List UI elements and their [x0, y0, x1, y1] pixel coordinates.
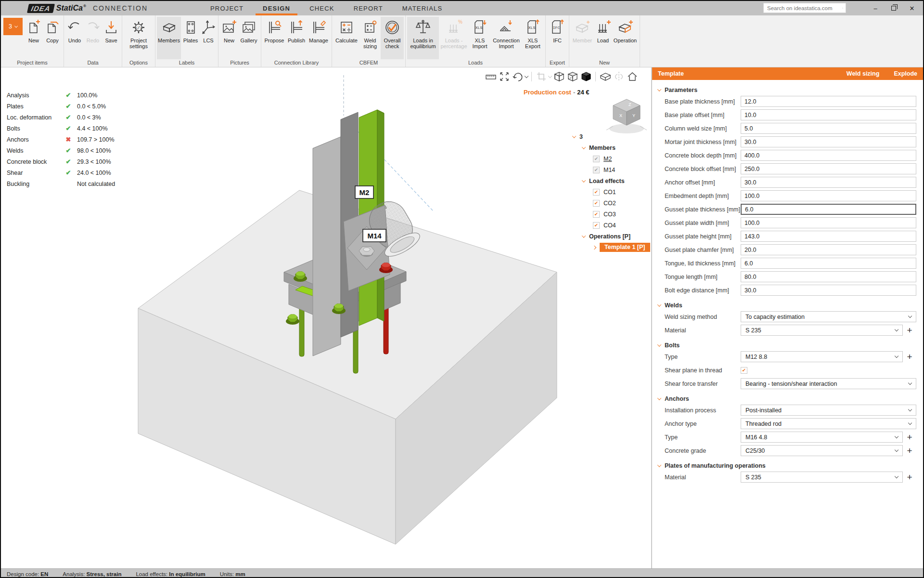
tab-project[interactable]: PROJECT: [203, 2, 251, 15]
gusset-plate-height-input[interactable]: [741, 231, 916, 242]
propose-button[interactable]: Propose: [263, 17, 286, 59]
new-member-button[interactable]: Member: [571, 17, 594, 59]
new-load-button[interactable]: Load: [594, 17, 612, 59]
manage-button[interactable]: Manage: [307, 17, 330, 59]
tree-members-header[interactable]: Members: [573, 142, 652, 153]
loads-percentage-button[interactable]: % Loads - percentage: [439, 17, 469, 59]
tongue-lid-thickness-input[interactable]: [741, 258, 916, 269]
weld-sizing-method-select[interactable]: To capacity estimation: [741, 311, 916, 322]
section-welds[interactable]: Welds: [658, 302, 916, 309]
rotate-view-button[interactable]: [512, 71, 524, 82]
explode-action[interactable]: Explode: [894, 70, 917, 77]
bolt-edge-distance-input[interactable]: [741, 285, 916, 296]
weld-sizing-action[interactable]: Weld sizing: [847, 70, 880, 77]
home-view-button[interactable]: [626, 71, 638, 82]
add-anchor-size-button[interactable]: +: [903, 432, 916, 443]
add-concrete-grade-button[interactable]: +: [903, 446, 916, 456]
project-settings-button[interactable]: </> Project settings: [124, 17, 154, 59]
base-plate-thickness-input[interactable]: [741, 96, 916, 107]
new-item-button[interactable]: New: [25, 17, 43, 59]
bolt-type-select[interactable]: M12 8.8: [741, 351, 903, 362]
section-bolts[interactable]: Bolts: [658, 342, 916, 349]
tree-item-m14[interactable]: ✔M14: [573, 164, 652, 175]
member-label-m2[interactable]: M2: [355, 186, 373, 198]
tree-item-co2[interactable]: ✔CO2: [573, 197, 652, 209]
connection-import-button[interactable]: Connection Import: [491, 17, 522, 59]
loads-in-equilibrium-button[interactable]: Loads in equilibrium: [407, 17, 439, 59]
measure-button[interactable]: [485, 71, 497, 82]
section-plates-mfg[interactable]: Plates of manufacturing operations: [658, 462, 916, 469]
gusset-plate-thickness-input[interactable]: [741, 204, 916, 215]
search-box[interactable]: [763, 3, 846, 13]
restore-button[interactable]: [885, 1, 903, 15]
concrete-block-offset-input[interactable]: [741, 163, 916, 174]
calculate-button[interactable]: Calculate: [334, 17, 359, 59]
tongue-length-input[interactable]: [741, 271, 916, 282]
section-anchors[interactable]: Anchors: [658, 395, 916, 402]
installation-process-select[interactable]: Post-installed: [741, 405, 916, 416]
gallery-button[interactable]: Gallery: [238, 17, 259, 59]
add-plate-material-button[interactable]: +: [903, 472, 916, 483]
checkbox-checked[interactable]: ✔: [593, 189, 600, 196]
chevron-down-icon[interactable]: [548, 74, 552, 78]
crop-view-button[interactable]: [535, 71, 547, 82]
plate-material-select[interactable]: S 235: [741, 472, 903, 483]
minimize-button[interactable]: –: [866, 1, 885, 15]
checkbox-checked[interactable]: ✔: [593, 200, 600, 207]
zoom-fit-button[interactable]: [498, 71, 510, 82]
lcs-labels-button[interactable]: LCS: [200, 17, 217, 59]
tab-materials[interactable]: MATERIALS: [395, 2, 450, 15]
section-parameters[interactable]: Parameters: [658, 87, 916, 93]
tree-item-m2[interactable]: ✔M2: [573, 153, 652, 164]
hidden-line-view-button[interactable]: [566, 71, 578, 82]
mirror-view-button[interactable]: [613, 71, 625, 82]
tree-load-effects-header[interactable]: Load effects: [573, 175, 652, 186]
add-bolt-type-button[interactable]: +: [903, 352, 916, 362]
gusset-plate-chamfer-input[interactable]: [741, 244, 916, 255]
search-input[interactable]: [766, 5, 842, 12]
chevron-down-icon[interactable]: [525, 74, 528, 78]
base-plate-offset-input[interactable]: [741, 109, 916, 120]
tab-check[interactable]: CHECK: [302, 2, 342, 15]
shear-plane-checkbox-checked[interactable]: ✔: [741, 367, 747, 374]
xls-export-button[interactable]: XLS XLS Export: [522, 17, 544, 59]
new-operation-button[interactable]: Operation: [612, 17, 638, 59]
weld-material-select[interactable]: S 235: [741, 325, 903, 336]
tree-operations-header[interactable]: Operations [P]: [573, 231, 652, 242]
mortar-joint-thickness-input[interactable]: [741, 136, 916, 147]
tab-report[interactable]: REPORT: [346, 2, 390, 15]
members-labels-button[interactable]: Members: [157, 17, 181, 59]
section-view-button[interactable]: [599, 71, 611, 82]
weld-sizing-button[interactable]: Weld sizing: [359, 17, 381, 59]
anchor-type-select[interactable]: Threaded rod: [741, 418, 916, 429]
tree-item-co3[interactable]: ✔CO3: [573, 209, 652, 220]
publish-button[interactable]: Publish: [286, 17, 307, 59]
redo-button[interactable]: Redo: [84, 17, 102, 59]
tree-item-template1[interactable]: Template 1 [P]: [573, 242, 652, 253]
checkbox-checked[interactable]: ✔: [593, 156, 600, 162]
wireframe-view-button[interactable]: [553, 71, 565, 82]
checkbox-checked[interactable]: ✔: [593, 211, 600, 218]
concrete-grade-select[interactable]: C25/30: [741, 445, 903, 456]
gusset-plate-width-input[interactable]: [741, 217, 916, 228]
tree-root[interactable]: 3: [573, 131, 652, 142]
member-label-m14[interactable]: M14: [363, 229, 386, 242]
checkbox-checked[interactable]: ✔: [593, 222, 600, 229]
project-item-selector[interactable]: 3: [3, 18, 23, 35]
add-weld-material-button[interactable]: +: [903, 325, 916, 336]
column-weld-size-input[interactable]: [741, 123, 916, 134]
plates-labels-button[interactable]: Plates: [181, 17, 200, 59]
3d-viewport[interactable]: M2 M14 Analysis✔100.0% Plates✔0.0 < 5.0%…: [1, 67, 652, 568]
tree-item-co4[interactable]: ✔CO4: [573, 220, 652, 231]
anchor-offset-input[interactable]: [741, 177, 916, 188]
undo-button[interactable]: Undo: [65, 17, 84, 59]
tab-design[interactable]: DESIGN: [256, 2, 297, 15]
ifc-export-button[interactable]: IFC IFC: [547, 17, 567, 59]
solid-view-button[interactable]: [580, 71, 592, 82]
close-button[interactable]: ✕: [903, 1, 921, 15]
overall-check-button[interactable]: Overall check: [381, 17, 404, 59]
xls-import-button[interactable]: XLS XLS Import: [469, 17, 491, 59]
embedment-depth-input[interactable]: [741, 190, 916, 201]
tree-item-co1[interactable]: ✔CO1: [573, 186, 652, 197]
checkbox-checked[interactable]: ✔: [593, 167, 600, 173]
